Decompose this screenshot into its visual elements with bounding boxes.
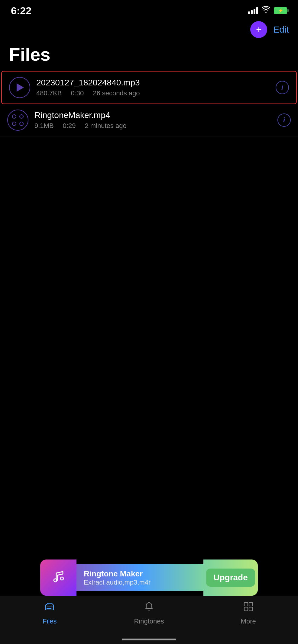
signal-icon bbox=[248, 7, 258, 14]
banner-ad-icon bbox=[40, 560, 76, 596]
wifi-icon bbox=[262, 6, 270, 15]
banner-subtitle: Extract audio,mp3,m4r bbox=[84, 579, 196, 586]
file-size-1: 480.7KB bbox=[36, 89, 62, 97]
file-meta-2: 9.1MB 0:29 2 minutes ago bbox=[34, 122, 271, 130]
file-size-2: 9.1MB bbox=[34, 122, 54, 130]
svg-rect-4 bbox=[244, 607, 248, 611]
file-info-2: RingtoneMaker.mp4 9.1MB 0:29 2 minutes a… bbox=[34, 110, 271, 130]
file-item-1[interactable]: 20230127_182024840.mp3 480.7KB 0:30 26 s… bbox=[1, 71, 297, 104]
add-button[interactable]: + bbox=[250, 21, 267, 38]
tab-bar: Files Ringtones More bbox=[0, 596, 298, 644]
home-indicator bbox=[122, 639, 176, 640]
edit-button[interactable]: Edit bbox=[273, 24, 289, 35]
upgrade-button[interactable]: Upgrade bbox=[206, 569, 255, 587]
info-icon-1: i bbox=[281, 84, 283, 91]
file-timestamp-1: 26 seconds ago bbox=[93, 89, 140, 97]
top-action-bar: + Edit bbox=[0, 18, 298, 41]
banner-ad[interactable]: Ringtone Maker Extract audio,mp3,m4r Upg… bbox=[40, 560, 258, 596]
status-time: 6:22 bbox=[11, 5, 31, 17]
svg-point-1 bbox=[60, 577, 63, 580]
status-icons: ⚡ bbox=[248, 6, 287, 15]
more-tab-icon bbox=[243, 601, 254, 615]
banner-title: Ringtone Maker bbox=[84, 569, 196, 579]
tab-more[interactable]: More bbox=[199, 601, 298, 625]
music-note-icon bbox=[51, 569, 66, 587]
status-bar: 6:22 ⚡ bbox=[0, 0, 298, 18]
tab-files[interactable]: Files bbox=[0, 601, 99, 625]
file-name-1: 20230127_182024840.mp3 bbox=[36, 78, 270, 88]
tab-more-label: More bbox=[241, 617, 256, 625]
tab-files-label: Files bbox=[43, 617, 57, 625]
file-duration-2: 0:29 bbox=[63, 122, 76, 130]
file-info-1: 20230127_182024840.mp3 480.7KB 0:30 26 s… bbox=[36, 78, 270, 97]
file-list: 20230127_182024840.mp3 480.7KB 0:30 26 s… bbox=[0, 71, 298, 136]
plus-icon: + bbox=[256, 25, 262, 34]
ringtones-tab-icon bbox=[143, 601, 155, 615]
page-title: Files bbox=[0, 41, 298, 71]
banner-upgrade-area[interactable]: Upgrade bbox=[203, 560, 258, 596]
svg-rect-3 bbox=[249, 602, 253, 606]
file-audio-icon bbox=[9, 77, 30, 98]
file-meta-1: 480.7KB 0:30 26 seconds ago bbox=[36, 89, 270, 97]
info-icon-2: i bbox=[283, 116, 285, 124]
files-tab-icon bbox=[44, 601, 55, 615]
svg-rect-2 bbox=[244, 602, 248, 606]
file-timestamp-2: 2 minutes ago bbox=[85, 122, 126, 130]
tab-ringtones-label: Ringtones bbox=[134, 617, 164, 625]
file-info-button-1[interactable]: i bbox=[276, 81, 289, 94]
svg-point-0 bbox=[54, 579, 57, 582]
tab-ringtones[interactable]: Ringtones bbox=[99, 601, 199, 625]
file-item-2[interactable]: RingtoneMaker.mp4 9.1MB 0:29 2 minutes a… bbox=[0, 104, 298, 136]
battery-icon: ⚡ bbox=[274, 7, 287, 14]
banner-ad-content: Ringtone Maker Extract audio,mp3,m4r bbox=[76, 564, 203, 591]
file-info-button-2[interactable]: i bbox=[277, 113, 291, 127]
file-video-icon bbox=[7, 110, 28, 131]
svg-rect-5 bbox=[249, 607, 253, 611]
file-duration-1: 0:30 bbox=[71, 89, 84, 97]
file-name-2: RingtoneMaker.mp4 bbox=[34, 110, 271, 120]
